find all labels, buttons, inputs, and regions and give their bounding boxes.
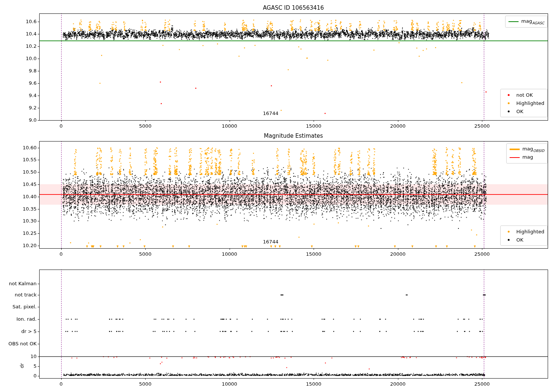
- y-tick-label: 10.45: [13, 181, 37, 187]
- legend-label-subscript: AGASC: [532, 21, 544, 25]
- x-tick-label: 25000: [467, 251, 497, 257]
- plot1-legend-bottom: not OK Highlighted OK: [500, 89, 548, 117]
- x-tick-label: 15000: [299, 251, 329, 257]
- mag-agasc-line-swatch: [508, 21, 519, 22]
- plot2-legend-top: magOBSID mag: [506, 143, 548, 164]
- x-tick-label: 0: [46, 123, 76, 129]
- mag-line-swatch: [510, 157, 520, 158]
- y-tick-label: 10.4: [13, 31, 37, 37]
- x-tick-label: 20000: [383, 123, 413, 129]
- legend-label-ok: OK: [516, 109, 523, 114]
- x-tick-label: 0: [46, 381, 76, 387]
- y-tick-label: 10.0: [13, 55, 37, 62]
- black-dot-icon: [508, 239, 510, 241]
- plot2-obsid-annotation: 16744: [259, 239, 283, 245]
- x-tick-label: 10000: [215, 251, 245, 257]
- y-tick-label: 10.25: [13, 230, 37, 236]
- y-tick-label: 9.6: [13, 80, 37, 86]
- flag-row-label: dr > 5: [0, 328, 37, 335]
- y-tick-label: 10.20: [13, 242, 37, 249]
- red-dot-icon: [508, 94, 510, 96]
- x-tick-label: 15000: [299, 381, 329, 387]
- legend-item-ok: OK: [504, 108, 544, 115]
- x-tick-label: 10000: [215, 123, 245, 129]
- y-tick-label: 10.40: [13, 193, 37, 200]
- legend-item-not-ok: not OK: [504, 91, 544, 99]
- flag-row-label: not Kalman: [0, 280, 37, 287]
- y-tick-label: 9.4: [13, 92, 37, 99]
- plot2-legend-bottom: Highlighted OK: [500, 225, 548, 246]
- ok-dot-swatch: [504, 239, 514, 241]
- x-tick-label: 20000: [383, 251, 413, 257]
- legend-item-highlighted: Highlighted: [504, 99, 544, 107]
- red-line-icon: [510, 157, 520, 158]
- dr-tick-label: 5: [22, 363, 37, 369]
- legend-label-main: mag: [522, 154, 533, 160]
- green-line-icon: [508, 21, 519, 22]
- legend-item-mag-agasc: magAGASC: [508, 18, 544, 25]
- x-tick-label: 5000: [130, 123, 160, 129]
- highlighted-dot-swatch: [504, 102, 514, 104]
- x-tick-label: 25000: [467, 123, 497, 129]
- legend-label-highlighted: Highlighted: [516, 229, 544, 234]
- charts-canvas: [0, 0, 560, 392]
- y-tick-label: 9.0: [13, 117, 37, 123]
- y-tick-label: 10.50: [13, 169, 37, 175]
- legend-label-highlighted: Highlighted: [516, 100, 544, 106]
- flag-row-label: OBS not OK: [0, 340, 37, 347]
- legend-item-mag: mag: [510, 154, 544, 161]
- highlighted-dot-swatch: [504, 231, 514, 233]
- y-tick-label: 9.8: [13, 68, 37, 74]
- x-tick-label: 15000: [299, 123, 329, 129]
- figure-root: AGASC ID 106563416 Magnitude Estimates m…: [0, 0, 560, 392]
- y-tick-label: 9.2: [13, 105, 37, 111]
- orange-dot-icon: [508, 102, 510, 104]
- black-dot-icon: [508, 111, 510, 112]
- legend-item-highlighted-2: Highlighted: [504, 228, 544, 235]
- legend-item-ok-2: OK: [504, 236, 544, 243]
- legend-label-mag: mag: [522, 154, 533, 161]
- flag-row-label: Sat. pixel.: [0, 304, 37, 310]
- not-ok-dot-swatch: [504, 94, 514, 96]
- legend-label-not-ok: not OK: [516, 92, 533, 98]
- legend-label-main: mag: [521, 18, 532, 24]
- plot1-legend-top: magAGASC: [505, 16, 548, 28]
- x-tick-label: 0: [46, 251, 76, 257]
- legend-item-mag-obsid: magOBSID: [510, 146, 544, 153]
- y-tick-label: 10.30: [13, 218, 37, 224]
- x-tick-label: 20000: [383, 381, 413, 387]
- legend-label-subscript: OBSID: [533, 149, 544, 153]
- ok-dot-swatch: [504, 111, 514, 112]
- plot2-title: Magnitude Estimates: [39, 133, 548, 139]
- legend-label-mag-agasc: magAGASC: [521, 18, 544, 25]
- flag-row-label: not track: [0, 292, 37, 298]
- x-tick-label: 10000: [215, 381, 245, 387]
- plot1-title: AGASC ID 106563416: [39, 4, 548, 11]
- y-tick-label: 10.35: [13, 206, 37, 212]
- y-tick-label: 10.6: [13, 18, 37, 25]
- orange-dot-icon: [508, 231, 510, 233]
- orange-line-icon: [510, 149, 520, 150]
- y-tick-label: 10.55: [13, 156, 37, 163]
- x-tick-label: 5000: [130, 251, 160, 257]
- y-tick-label: 10.2: [13, 43, 37, 49]
- legend-label-main: mag: [522, 146, 533, 152]
- dr-tick-label: 10: [22, 353, 37, 360]
- x-tick-label: 25000: [467, 381, 497, 387]
- plot1-obsid-annotation: 16744: [259, 111, 283, 116]
- legend-label-ok: OK: [516, 237, 523, 243]
- dr-tick-label: 0: [22, 373, 37, 379]
- flag-row-label: Ion. rad.: [0, 316, 37, 322]
- y-tick-label: 10.60: [13, 144, 37, 151]
- mag-obsid-line-swatch: [510, 149, 520, 150]
- legend-label-mag-obsid: magOBSID: [522, 146, 544, 153]
- x-tick-label: 5000: [130, 381, 160, 387]
